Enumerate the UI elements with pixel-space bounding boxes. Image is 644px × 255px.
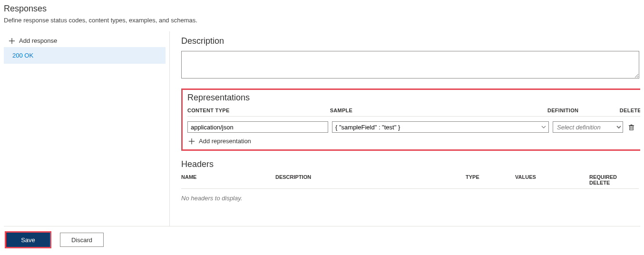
hcol-name: NAME <box>181 174 275 186</box>
discard-button[interactable]: Discard <box>60 233 104 247</box>
response-item-label: 200 OK <box>12 52 33 59</box>
representation-row: Select definition <box>187 121 640 133</box>
content-type-input[interactable] <box>187 121 328 133</box>
hcol-type: TYPE <box>466 174 515 186</box>
svg-rect-2 <box>630 126 634 129</box>
hcol-required-delete: REQUIRED DELETE <box>589 174 639 186</box>
footer-bar: Save Discard <box>4 226 640 251</box>
description-heading: Description <box>181 36 640 46</box>
page-title: Responses <box>4 4 640 14</box>
col-delete: DELETE <box>618 108 640 113</box>
add-response-button[interactable]: Add response <box>4 34 169 47</box>
col-definition: DEFINITION <box>547 108 618 113</box>
headers-section: Headers NAME DESCRIPTION TYPE VALUES REQ… <box>181 159 639 202</box>
trash-icon <box>628 124 635 131</box>
page-subtitle: Define response status codes, content ty… <box>4 17 640 24</box>
hcol-description: DESCRIPTION <box>275 174 466 186</box>
sample-input[interactable] <box>332 121 549 133</box>
save-button[interactable]: Save <box>6 233 50 247</box>
headers-heading: Headers <box>181 159 639 169</box>
col-content-type: CONTENT TYPE <box>187 108 330 113</box>
description-textarea[interactable] <box>181 51 639 78</box>
responses-sidebar: Add response 200 OK <box>4 31 169 226</box>
col-sample: SAMPLE <box>330 108 547 113</box>
response-item-200[interactable]: 200 OK <box>4 47 166 64</box>
hcol-values: VALUES <box>515 174 589 186</box>
add-response-label: Add response <box>19 37 57 44</box>
definition-select[interactable]: Select definition <box>553 121 623 133</box>
headers-table-header: NAME DESCRIPTION TYPE VALUES REQUIRED DE… <box>181 174 639 189</box>
representations-heading: Representations <box>187 93 640 103</box>
add-representation-label: Add representation <box>199 137 251 145</box>
representations-highlight: Representations CONTENT TYPE SAMPLE DEFI… <box>181 88 640 151</box>
save-highlight: Save <box>5 231 51 248</box>
headers-empty-text: No headers to display. <box>181 195 639 202</box>
representations-table-header: CONTENT TYPE SAMPLE DEFINITION DELETE <box>187 108 640 117</box>
delete-representation-button[interactable] <box>627 123 636 132</box>
plus-icon <box>188 138 195 145</box>
add-representation-button[interactable]: Add representation <box>187 133 640 147</box>
plus-icon <box>9 38 15 44</box>
response-detail-pane: Description Representations CONTENT TYPE… <box>169 31 640 226</box>
